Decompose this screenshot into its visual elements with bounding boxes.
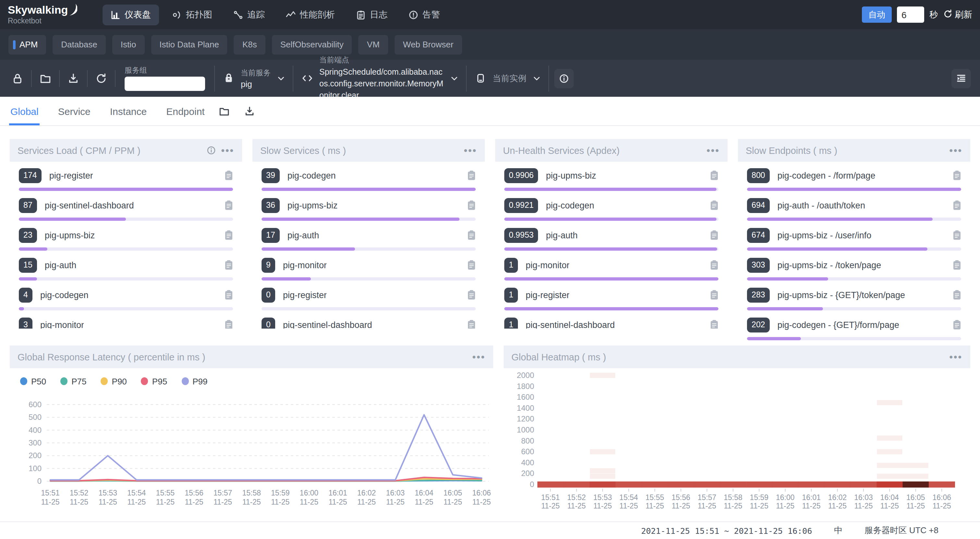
- svg-text:16:02: 16:02: [828, 493, 847, 502]
- group-tab-selfobservability[interactable]: SelfObservability: [272, 35, 352, 54]
- copy-icon[interactable]: [463, 260, 476, 270]
- nav-item-dashboard[interactable]: 仪表盘: [103, 4, 159, 25]
- copy-icon[interactable]: [706, 170, 718, 180]
- heatmap-chart[interactable]: 020040060080010001200140016001800200015:…: [504, 370, 970, 512]
- alarm-icon: [408, 10, 418, 20]
- legend-item-p99[interactable]: P99: [181, 376, 207, 386]
- current-service-select[interactable]: 当前服务 pig: [241, 68, 270, 89]
- panel-header: Slow Endpoints ( ms ) •••: [738, 139, 970, 162]
- copy-icon[interactable]: [706, 260, 718, 270]
- metric-name: pig-codegen - /form/page: [778, 171, 875, 180]
- legend-item-p75[interactable]: P75: [60, 376, 86, 386]
- chevron-down-icon[interactable]: [277, 74, 285, 82]
- group-tab-database[interactable]: Database: [52, 35, 105, 54]
- group-tab-istio[interactable]: Istio: [112, 35, 145, 54]
- nav-item-profile[interactable]: 性能剖析: [278, 4, 343, 25]
- service-group-input[interactable]: [125, 77, 205, 91]
- nav-item-log[interactable]: 日志: [348, 4, 395, 25]
- tab-global[interactable]: Global: [10, 97, 39, 125]
- refresh-button[interactable]: 刷新: [943, 9, 972, 21]
- metric-value-badge: 0: [262, 317, 275, 329]
- copy-icon[interactable]: [221, 260, 233, 270]
- group-tab-istio-data-plane[interactable]: Istio Data Plane: [151, 35, 228, 54]
- copy-icon[interactable]: [706, 230, 718, 240]
- copy-icon[interactable]: [949, 230, 961, 240]
- tab-endpoint[interactable]: Endpoint: [166, 97, 204, 125]
- copy-icon[interactable]: [463, 230, 476, 240]
- chevron-down-icon[interactable]: [450, 74, 458, 82]
- topology-icon: [172, 10, 182, 20]
- tab-service[interactable]: Service: [58, 97, 91, 125]
- folder-icon[interactable]: [37, 70, 54, 87]
- nav-item-alarm[interactable]: 告警: [401, 4, 448, 25]
- more-menu-icon[interactable]: •••: [472, 354, 485, 360]
- metric-row: 0 pig-register: [253, 286, 485, 314]
- copy-icon[interactable]: [221, 319, 233, 329]
- sync-icon[interactable]: [93, 70, 110, 87]
- logo[interactable]: Skywalking Rocketbot: [8, 5, 91, 25]
- copy-icon[interactable]: [706, 200, 718, 210]
- folder-dark-icon[interactable]: [219, 105, 230, 116]
- copy-icon[interactable]: [949, 260, 961, 270]
- nav-item-trace[interactable]: 追踪: [225, 4, 273, 25]
- more-menu-icon[interactable]: •••: [221, 147, 234, 153]
- metric-bar-track: [504, 277, 718, 281]
- group-tab-vm[interactable]: VM: [359, 35, 388, 54]
- svg-text:11-25: 11-25: [802, 502, 821, 510]
- copy-icon[interactable]: [949, 170, 961, 180]
- more-menu-icon[interactable]: •••: [949, 147, 963, 153]
- svg-text:15:52: 15:52: [70, 489, 89, 497]
- lock-icon[interactable]: [9, 70, 26, 87]
- auto-refresh-button[interactable]: 自动: [862, 6, 892, 23]
- chevron-down-icon[interactable]: [533, 74, 541, 82]
- copy-icon[interactable]: [463, 200, 476, 210]
- copy-icon[interactable]: [949, 200, 961, 210]
- copy-icon[interactable]: [221, 230, 233, 240]
- copy-icon[interactable]: [706, 290, 718, 300]
- copy-icon[interactable]: [221, 200, 233, 210]
- metric-value-badge: 694: [747, 198, 770, 213]
- time-range-picker[interactable]: 2021-11-25 15:51 ~ 2021-11-25 16:06: [641, 526, 812, 536]
- metric-bar-fill: [747, 307, 823, 310]
- info-icon[interactable]: [554, 69, 574, 88]
- download-icon[interactable]: [65, 70, 82, 87]
- svg-text:0: 0: [530, 480, 534, 489]
- copy-icon[interactable]: [463, 170, 476, 180]
- tab-instance[interactable]: Instance: [110, 97, 147, 125]
- metric-value-badge: 17: [262, 228, 280, 242]
- language-toggle[interactable]: 中: [834, 525, 842, 536]
- metric-bar-track: [747, 307, 961, 310]
- legend-item-p95[interactable]: P95: [141, 376, 167, 386]
- more-menu-icon[interactable]: •••: [464, 147, 477, 153]
- copy-icon[interactable]: [463, 319, 476, 329]
- current-instance-select[interactable]: 当前实例: [493, 72, 527, 84]
- refresh-interval-input[interactable]: [897, 6, 924, 23]
- nav-item-topology[interactable]: 拓扑图: [164, 4, 220, 25]
- service-icon: [220, 70, 237, 87]
- copy-icon[interactable]: [706, 319, 718, 329]
- group-tab-web-browser[interactable]: Web Browser: [395, 35, 462, 54]
- info-circle-icon[interactable]: [206, 145, 216, 155]
- metric-bar-fill: [747, 218, 933, 221]
- download-dark-icon[interactable]: [244, 105, 255, 116]
- latency-line-chart[interactable]: 010020030040050060015:5111-2515:5211-251…: [10, 389, 493, 513]
- copy-icon[interactable]: [221, 290, 233, 300]
- group-tab-k8s[interactable]: K8s: [234, 35, 266, 54]
- metric-bar-track: [19, 247, 233, 251]
- metric-name: pig-codegen: [288, 171, 336, 180]
- copy-icon[interactable]: [949, 290, 961, 300]
- svg-text:11-25: 11-25: [444, 498, 462, 506]
- more-menu-icon[interactable]: •••: [949, 354, 963, 360]
- copy-icon[interactable]: [463, 290, 476, 300]
- current-endpoint-select[interactable]: 当前端点 SpringScheduled/com.alibaba.nacos.c…: [319, 55, 444, 102]
- legend-item-p50[interactable]: P50: [20, 376, 46, 386]
- metric-name: pig-auth: [546, 230, 578, 240]
- collapse-panel-icon[interactable]: [951, 69, 971, 88]
- more-menu-icon[interactable]: •••: [706, 147, 720, 153]
- metric-bar-fill: [747, 188, 961, 191]
- copy-icon[interactable]: [221, 170, 233, 180]
- copy-icon[interactable]: [949, 319, 961, 330]
- divider: [31, 70, 32, 87]
- group-tab-apm[interactable]: APM: [8, 35, 46, 54]
- legend-item-p90[interactable]: P90: [101, 376, 127, 386]
